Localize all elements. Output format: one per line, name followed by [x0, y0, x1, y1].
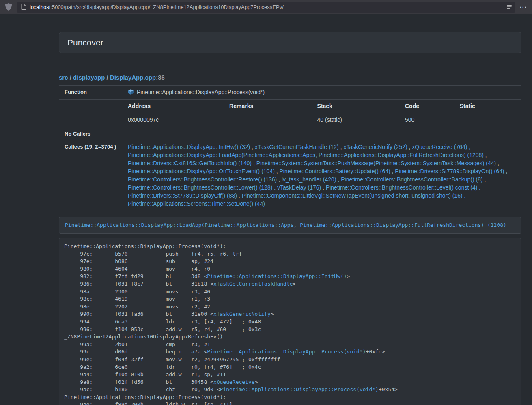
callee-separator: ,: [477, 184, 480, 191]
callee-separator: ,: [467, 144, 470, 150]
symbol-highlight-box: Pinetime::Applications::DisplayApp::Load…: [59, 217, 521, 234]
callee-link[interactable]: Pinetime::Drivers::St7789::DisplayOn() (…: [395, 168, 504, 174]
breadcrumb: src / displayapp / DisplayApp.cpp:86: [59, 74, 521, 81]
code-symbol-link[interactable]: Pinetime::Applications::DisplayApp::Init…: [207, 273, 347, 279]
code-text: 9a2: 6ce0 ldr r0, [r4, #76] ; 0x4c: [64, 364, 261, 370]
callee-link[interactable]: Pinetime::Drivers::Cst816S::GetTouchInfo…: [128, 160, 252, 166]
callee-link[interactable]: Pinetime::Drivers::St7789::DisplayOff() …: [128, 192, 237, 199]
breadcrumb-link-displayapp[interactable]: displayapp: [73, 74, 105, 81]
function-symbol-icon: [128, 89, 134, 96]
code-symbol-link[interactable]: Pinetime::Applications::DisplayApp::Proc…: [207, 349, 366, 355]
callee-separator: ,: [504, 168, 508, 174]
code-text: 98c: 4619 mov r1, r3: [64, 296, 210, 302]
callee-link[interactable]: Pinetime::Applications::Screens::Timer::…: [128, 200, 265, 207]
stats-header-row: Address Remarks Stack Code Static: [128, 100, 518, 112]
callee-link[interactable]: Pinetime::Applications::DisplayApp::OnTo…: [128, 168, 275, 174]
browser-chrome: localhost:5000/path/src/displayapp/Displ…: [0, 0, 532, 14]
callee-link[interactable]: Pinetime::System::SystemTask::PushMessag…: [256, 160, 496, 166]
callee-link[interactable]: Pinetime::Controllers::BrightnessControl…: [341, 176, 482, 183]
callees-label: Callees (19, Σ=3704 ): [59, 140, 123, 211]
callee-separator: ,: [272, 184, 277, 191]
code-text: 980: 4604 mov r4, r0: [64, 266, 210, 272]
code-symbol-link[interactable]: xQueueReceive: [213, 379, 255, 385]
callee-separator: ,: [339, 144, 344, 150]
callee-link[interactable]: Pinetime::Applications::DisplayApp::Init…: [128, 144, 250, 150]
code-text: >: [255, 379, 258, 385]
code-text: 99a: 2b01 cmp r3, #1: [64, 341, 210, 347]
callee-separator: ,: [484, 152, 487, 158]
callee-link[interactable]: xTaskGetCurrentTaskHandle (12): [255, 144, 339, 150]
breadcrumb-separator: /: [68, 74, 73, 81]
callee-separator: ,: [321, 184, 326, 191]
callee-separator: ,: [463, 192, 466, 199]
breadcrumb-link-file[interactable]: DisplayApp.cpp: [110, 74, 156, 81]
column-header-remarks: Remarks: [229, 100, 317, 112]
menu-dots-icon[interactable]: ⋯: [519, 4, 527, 11]
page-info-icon[interactable]: [21, 4, 26, 10]
code-size-value: 500: [405, 112, 460, 127]
url-path: :5000/path/src/displayapp/DisplayApp.cpp…: [50, 4, 284, 10]
breadcrumb-link-src[interactable]: src: [59, 74, 68, 81]
function-row: Function Pinetime::Applications::Display…: [59, 86, 521, 100]
callee-separator: ,: [252, 160, 256, 166]
code-text: 9a8: f02f fd56 bl 30458 <: [64, 379, 213, 385]
static-value: [460, 112, 518, 127]
code-text: 982: f7ff fd29 bl 3d8 <: [64, 273, 207, 279]
code-text: 97c: b570 push {r4, r5, r6, lr}: [64, 251, 242, 257]
code-symbol-link[interactable]: Pinetime::Applications::DisplayApp::Proc…: [220, 386, 379, 392]
callee-link[interactable]: lv_task_handler (420): [282, 176, 336, 183]
code-text: >: [271, 311, 274, 317]
code-text: _ZN8Pinetime12Applications10DisplayApp7R…: [64, 334, 226, 340]
function-name: Pinetime::Applications::DisplayApp::Proc…: [137, 89, 265, 95]
callee-link[interactable]: xTaskGenericNotify (252): [343, 144, 407, 150]
remarks-value: [229, 112, 317, 127]
shield-icon[interactable]: [5, 3, 12, 11]
divider: [59, 63, 521, 63]
callees-cell: Pinetime::Applications::DisplayApp::Init…: [123, 140, 521, 211]
function-label: Function: [59, 86, 123, 100]
callee-separator: ,: [237, 192, 242, 199]
stats-label-empty: [59, 100, 123, 127]
address-value: 0x0000097c: [128, 112, 229, 127]
callee-link[interactable]: Pinetime::Controllers::BrightnessControl…: [128, 184, 272, 191]
code-text: 9a4: f10d 010b add.w r1, sp, #11: [64, 371, 226, 377]
callees-row: Callees (19, Σ=3704 ) Pinetime::Applicat…: [59, 140, 521, 211]
code-symbol-link[interactable]: xTaskGenericNotify: [213, 311, 271, 317]
reader-mode-icon[interactable]: [506, 4, 512, 10]
callee-link[interactable]: Pinetime::Controllers::Battery::Update()…: [280, 168, 390, 174]
symbol-link[interactable]: Pinetime::Applications::DisplayApp::Load…: [65, 222, 506, 228]
callee-link[interactable]: Pinetime::Controllers::BrightnessControl…: [326, 184, 477, 191]
code-text: 97e: b086 sub sp, #24: [64, 258, 213, 264]
callee-separator: ,: [390, 168, 395, 174]
code-text: Pinetime::Applications::DisplayApp::Proc…: [64, 394, 226, 400]
stats-cell: Address Remarks Stack Code Static 0x0000…: [123, 100, 521, 127]
callee-link[interactable]: Pinetime::Components::LittleVgl::SetNewT…: [242, 192, 463, 199]
callee-separator: ,: [496, 160, 499, 166]
code-text: >: [293, 281, 296, 287]
callee-link[interactable]: Pinetime::Applications::DisplayApp::Load…: [128, 152, 484, 158]
url-bar[interactable]: localhost:5000/path/src/displayapp/Displ…: [17, 2, 515, 13]
column-header-address: Address: [128, 100, 229, 112]
code-text: 99e: f04f 32ff mov.w r2, #4294967295 ; 0…: [64, 356, 280, 362]
breadcrumb-separator: /: [105, 74, 110, 81]
code-text: 986: f031 f8c7 bl 31b18 <: [64, 281, 213, 287]
callee-separator: ,: [275, 168, 280, 174]
code-text: 9ae: f89d 300b ldrb.w r3, [sp, #11]: [64, 401, 233, 405]
code-text: 990: f031 fa36 bl 31e00 <: [64, 311, 213, 317]
stats-table: Address Remarks Stack Code Static 0x0000…: [128, 100, 518, 127]
code-text: 9ac: b180 cbz r0, 9d0 <: [64, 386, 220, 392]
function-name-cell: Pinetime::Applications::DisplayApp::Proc…: [123, 86, 521, 100]
callee-link[interactable]: Pinetime::Controllers::BrightnessControl…: [128, 176, 277, 183]
code-text: 99c: d06d beq.n a7a <: [64, 349, 207, 355]
app-header: Puncover: [59, 32, 521, 53]
callee-link[interactable]: xQueueReceive (764): [412, 144, 467, 150]
stats-row: Address Remarks Stack Code Static 0x0000…: [59, 100, 521, 127]
callee-separator: ,: [407, 144, 412, 150]
url-host: localhost: [30, 4, 50, 10]
callee-link[interactable]: vTaskDelay (176): [277, 184, 321, 191]
column-header-code: Code: [405, 100, 460, 112]
code-text: 996: f104 053c add.w r5, r4, #60 ; 0x3c: [64, 326, 261, 332]
no-callers-label: No Callers: [59, 127, 123, 140]
code-symbol-link[interactable]: xTaskGetCurrentTaskHandle: [213, 281, 293, 287]
code-text: 98e: 2202 movs r2, #2: [64, 304, 210, 310]
